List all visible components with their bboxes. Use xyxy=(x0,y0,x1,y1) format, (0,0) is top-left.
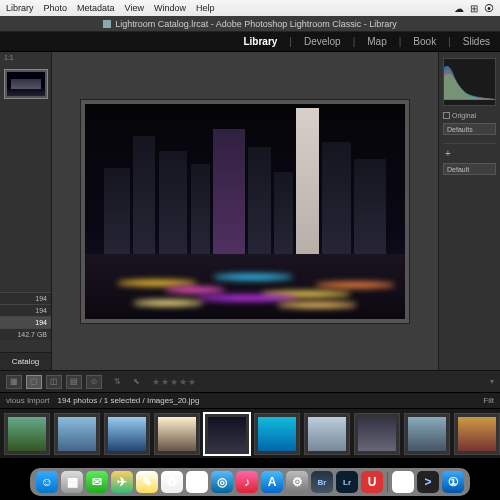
filter-label[interactable]: Filt xyxy=(483,396,494,405)
compare-view-button[interactable]: ◫ xyxy=(46,375,62,389)
dock-1password-icon[interactable]: ① xyxy=(442,471,464,493)
main-area: 1:1 194 194 194 142.7 GB Catalog xyxy=(0,52,500,370)
filmstrip-thumbnail[interactable] xyxy=(54,413,100,455)
menubar-item[interactable]: Help xyxy=(196,3,215,13)
dock-separator xyxy=(387,472,388,492)
circle-status-icon[interactable]: ⦿ xyxy=(484,3,494,14)
module-slideshow[interactable]: Slides xyxy=(459,36,494,47)
module-library[interactable]: Library xyxy=(239,36,281,47)
window-title: Lightroom Catalog.lrcat - Adobe Photosho… xyxy=(115,19,397,29)
dock-finder-icon[interactable]: ☺ xyxy=(36,471,58,493)
filmstrip-thumbnail[interactable] xyxy=(104,413,150,455)
dock-terminal-icon[interactable]: > xyxy=(417,471,439,493)
checkbox-icon[interactable] xyxy=(443,112,450,119)
count-row[interactable]: 194 xyxy=(0,304,51,316)
source-label[interactable]: vious Import xyxy=(6,396,50,405)
star-icon[interactable]: ★ xyxy=(188,377,196,387)
dock-messages-icon[interactable]: ✉ xyxy=(86,471,108,493)
nav-zoom-label: 1:1 xyxy=(0,52,51,63)
dock-launchpad-icon[interactable]: ▦ xyxy=(61,471,83,493)
loupe-view-button[interactable]: ▢ xyxy=(26,375,42,389)
loupe-view[interactable] xyxy=(52,52,438,370)
filmstrip-thumbnail[interactable] xyxy=(204,413,250,455)
navigator-thumbnail[interactable] xyxy=(4,69,48,99)
macos-menubar: Library Photo Metadata View Window Help … xyxy=(0,0,500,16)
dock-notes-icon[interactable]: ✎ xyxy=(136,471,158,493)
star-icon[interactable]: ★ xyxy=(152,377,160,387)
survey-view-button[interactable]: ▤ xyxy=(66,375,82,389)
add-panel-button[interactable]: + xyxy=(443,143,496,159)
original-checkbox[interactable]: Original xyxy=(439,110,500,121)
filmstrip-thumbnail[interactable] xyxy=(4,413,50,455)
filmstrip-info-bar: vious Import 194 photos / 1 selected / I… xyxy=(0,392,500,408)
dock-bridge-icon[interactable]: Br xyxy=(311,471,333,493)
cloud-status-icon[interactable]: ☁ xyxy=(454,3,464,14)
module-map[interactable]: Map xyxy=(363,36,390,47)
filmstrip-thumbnail[interactable] xyxy=(254,413,300,455)
count-row[interactable]: 194 xyxy=(0,316,51,328)
menubar-item[interactable]: Metadata xyxy=(77,3,115,13)
painter-icon[interactable]: ⬉ xyxy=(133,377,140,386)
image-frame xyxy=(81,100,409,323)
star-icon[interactable]: ★ xyxy=(161,377,169,387)
window-titlebar: Lightroom Catalog.lrcat - Adobe Photosho… xyxy=(0,16,500,32)
defaults-button-2[interactable]: Default xyxy=(443,163,496,175)
control-center-icon[interactable]: ⊞ xyxy=(470,3,478,14)
menubar-item[interactable]: View xyxy=(125,3,144,13)
dock-reminders-icon[interactable]: ☰ xyxy=(186,471,208,493)
menubar-item[interactable]: Photo xyxy=(44,3,68,13)
rating-stars[interactable]: ★ ★ ★ ★ ★ xyxy=(152,377,196,387)
toolbar-menu-icon[interactable]: ▾ xyxy=(490,377,494,386)
dock-maps-icon[interactable]: ✈ xyxy=(111,471,133,493)
preview-image xyxy=(85,104,405,319)
sort-direction-icon[interactable]: ⇅ xyxy=(114,377,121,386)
dock-music-icon[interactable]: ♪ xyxy=(236,471,258,493)
module-book[interactable]: Book xyxy=(409,36,440,47)
star-icon[interactable]: ★ xyxy=(170,377,178,387)
dock-lightroom-icon[interactable]: Lr xyxy=(336,471,358,493)
filmstrip-thumbnail[interactable] xyxy=(304,413,350,455)
library-toolbar: ▦ ▢ ◫ ▤ ☺ ⇅ ⬉ ★ ★ ★ ★ ★ ▾ xyxy=(0,370,500,392)
histogram[interactable] xyxy=(443,58,496,106)
star-icon[interactable]: ★ xyxy=(179,377,187,387)
dock-photos-icon[interactable]: ✿ xyxy=(161,471,183,493)
filmstrip-thumbnail[interactable] xyxy=(354,413,400,455)
filmstrip-thumbnail[interactable] xyxy=(154,413,200,455)
right-panel: Original Defaults + Default xyxy=(438,52,500,370)
macos-dock: ☺▦✉✈✎✿☰◎♪A⚙BrLrU◉>① xyxy=(30,468,470,496)
module-develop[interactable]: Develop xyxy=(300,36,345,47)
dock-magnet-icon[interactable]: U xyxy=(361,471,383,493)
dock-preferences-icon[interactable]: ⚙ xyxy=(286,471,308,493)
dock-safari-icon[interactable]: ◎ xyxy=(211,471,233,493)
left-panel: 1:1 194 194 194 142.7 GB Catalog xyxy=(0,52,52,370)
menubar-item[interactable]: Window xyxy=(154,3,186,13)
filmstrip-thumbnail[interactable] xyxy=(454,413,500,455)
catalog-counts: 194 194 194 142.7 GB xyxy=(0,292,51,340)
module-picker: Library | Develop | Map | Book | Slides xyxy=(0,32,500,52)
document-icon xyxy=(103,20,111,28)
selection-status: 194 photos / 1 selected / Images_20.jpg xyxy=(58,396,200,405)
filmstrip-thumbnail[interactable] xyxy=(404,413,450,455)
people-view-button[interactable]: ☺ xyxy=(86,375,102,389)
import-button[interactable]: Catalog xyxy=(0,352,51,370)
grid-view-button[interactable]: ▦ xyxy=(6,375,22,389)
menubar-item[interactable]: Library xyxy=(6,3,34,13)
count-row[interactable]: 194 xyxy=(0,292,51,304)
dock-appstore-icon[interactable]: A xyxy=(261,471,283,493)
dock-chrome-icon[interactable]: ◉ xyxy=(392,471,414,493)
filmstrip[interactable] xyxy=(0,408,500,458)
storage-row: 142.7 GB xyxy=(0,328,51,340)
defaults-button[interactable]: Defaults xyxy=(443,123,496,135)
